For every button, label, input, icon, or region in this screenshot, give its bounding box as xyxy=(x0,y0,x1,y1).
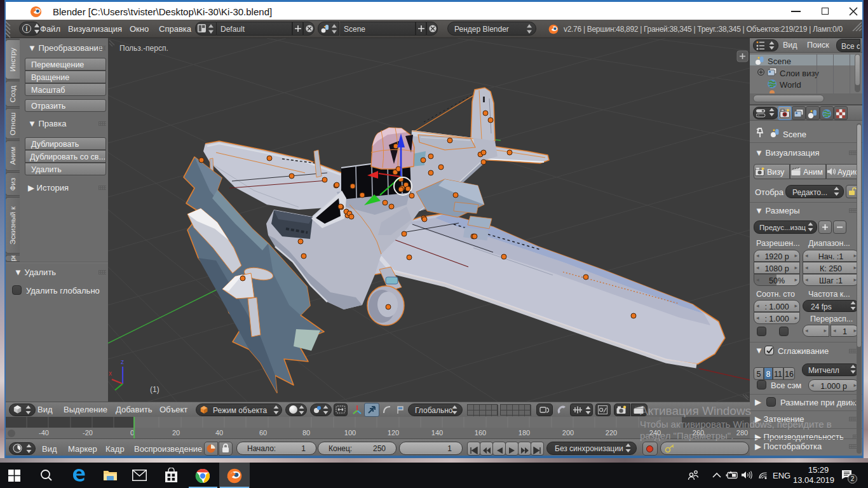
svg-text:180: 180 xyxy=(519,429,530,437)
svg-text:80: 80 xyxy=(302,429,310,437)
svg-text:220: 220 xyxy=(606,429,617,437)
svg-text:200: 200 xyxy=(562,429,574,437)
svg-text:-20: -20 xyxy=(83,429,93,437)
svg-text:60: 60 xyxy=(259,429,267,437)
svg-text:Польз.-персп.: Польз.-персп. xyxy=(119,44,168,53)
svg-text:140: 140 xyxy=(431,429,443,437)
svg-text:20: 20 xyxy=(172,429,180,437)
svg-text:-40: -40 xyxy=(39,429,49,437)
svg-text:160: 160 xyxy=(475,429,486,437)
svg-text:40: 40 xyxy=(215,429,223,437)
svg-text:120: 120 xyxy=(388,429,399,437)
svg-text:100: 100 xyxy=(344,429,356,437)
svg-text:x: x xyxy=(109,370,112,377)
svg-text:(1): (1) xyxy=(150,385,159,394)
svg-text:z: z xyxy=(121,358,124,365)
svg-text:280: 280 xyxy=(736,429,748,437)
